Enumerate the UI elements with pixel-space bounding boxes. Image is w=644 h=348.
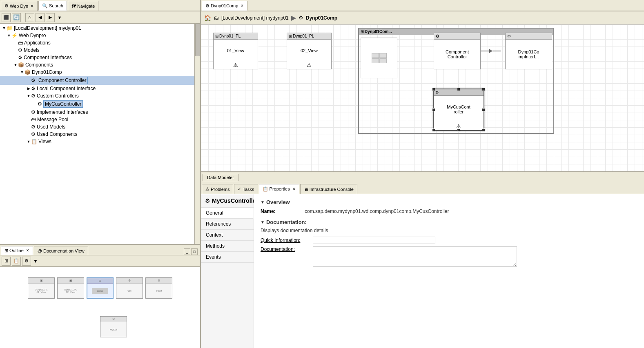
documentation-field-label: Documentation: [261, 246, 310, 252]
data-modeler-tab[interactable]: Data Modeler [203, 174, 238, 181]
tab-problems[interactable]: ⚠ Problems [202, 184, 233, 194]
documentation-textarea[interactable] [313, 246, 517, 267]
tree-scrollbar[interactable] [194, 24, 200, 244]
outline-expand-btn[interactable]: ▼ [32, 257, 39, 266]
tree-item-messagepool[interactable]: 🗃 Message Pool [0, 116, 200, 123]
tree-expand-root[interactable]: ▼ [2, 26, 7, 30]
tree-item-dynp01comp[interactable]: ▼ 📦 Dynp01Comp [0, 69, 200, 76]
webdyn-icon: ⚙ [4, 3, 9, 9]
diagram-comp-view1[interactable]: ⊞ Dynp01_PL 01_View ⚠ [213, 33, 258, 69]
tree-item-compcontroller[interactable]: ⚙ Component Controller [0, 76, 200, 85]
sidebar-item-events[interactable]: Events [201, 252, 254, 263]
tree-expand-components[interactable]: ▼ [13, 63, 18, 67]
infra-icon: 🖥 [304, 187, 308, 192]
main-editor-close[interactable]: ✕ [241, 4, 244, 8]
doc-section-label: Documentation: [266, 219, 307, 225]
sidebar-item-general[interactable]: General [201, 208, 254, 219]
sidebar-item-references[interactable]: References [201, 219, 254, 230]
outline-btn1[interactable]: ⊞ [2, 257, 11, 266]
breadcrumb-root-icon: 🗂 [214, 15, 219, 21]
tab-navigate[interactable]: 🗺 Navigate [68, 1, 98, 11]
comp-main-inner [361, 38, 397, 78]
tab-docview[interactable]: @ Documentation View [34, 246, 88, 255]
refresh-btn[interactable]: 🔄 [12, 13, 21, 22]
tree-scrollbar-handle[interactable] [195, 24, 200, 56]
expand-arrow-btn[interactable]: ▼ [56, 13, 63, 22]
diagram-comp-controller[interactable]: ⚙ ComponentController [434, 33, 481, 69]
references-label: References [206, 221, 231, 227]
doc-section-header[interactable]: ▼ Documentation: [261, 219, 637, 225]
doc-text: Displays documentation details [261, 228, 637, 233]
tab-web-dyn-close[interactable]: ✕ [31, 4, 34, 8]
outline-btn3[interactable]: ⚙ [22, 257, 31, 266]
main-editor-label: Dynp01Comp [211, 3, 238, 8]
breadcrumb-root-label[interactable]: [LocalDevelopment] mydynp01 [221, 15, 289, 21]
sidebar-item-context[interactable]: Context [201, 230, 254, 241]
overview-section-header[interactable]: ▼ Overview [261, 199, 637, 205]
sidebar-item-methods[interactable]: Methods [201, 241, 254, 252]
thumbnail-2[interactable]: ▣ Dynp01_PL 02_View [57, 277, 84, 299]
tree-item-components[interactable]: ▼ 📦 Components [0, 61, 200, 69]
tree-expand-views[interactable]: ▼ [26, 140, 31, 144]
tab-search[interactable]: 🔍 Search [38, 1, 67, 11]
diagram-comp-interf[interactable]: ⚙ Dynp01CompInterf... [505, 33, 552, 69]
tab-web-dyn[interactable]: ⚙ Web Dyn ✕ [1, 1, 38, 11]
tree-expand-localcompinterface[interactable]: ▶ [26, 86, 31, 91]
tab-problems-label: Problems [211, 187, 230, 192]
models-icon: ⚙ [18, 47, 22, 53]
quick-info-input[interactable] [313, 237, 435, 244]
tab-tasks[interactable]: ✓ Tasks [234, 184, 258, 194]
forward-btn[interactable]: ▶ [46, 13, 55, 22]
outline-close[interactable]: ✕ [26, 248, 29, 253]
comp-main-icon: ⊞ [361, 29, 364, 34]
doc-collapse-icon: ▼ [261, 220, 265, 224]
outline-minimize-btn[interactable]: _ [184, 248, 190, 255]
thumbnail-5[interactable]: ⚙ Interf [145, 277, 172, 299]
components-icon: 📦 [18, 62, 24, 68]
outline-maximize-btn[interactable]: □ [191, 248, 198, 255]
quick-info-row: Quick Information: [261, 237, 637, 244]
tree-item-applications[interactable]: 🗃 Applications [0, 39, 200, 47]
tree-item-webdynpro[interactable]: ▼ ⚡ Web Dynpro [0, 32, 200, 39]
tree-item-views[interactable]: ▼ 📋 Views [0, 138, 200, 145]
tree-item-compinterfaces[interactable]: ⚙ Component Interfaces [0, 54, 200, 61]
outline-btn2[interactable]: 📋 [12, 257, 21, 266]
thumbnail-1[interactable]: ▣ Dynp01_PL 01_View [28, 277, 55, 299]
overview-section-label: Overview [266, 199, 290, 205]
tab-outline[interactable]: ⊞ Outline ✕ [1, 246, 33, 255]
back-btn[interactable]: ◀ [36, 13, 45, 22]
comp-view1-footer: ⚠ [214, 61, 258, 69]
diagram-comp-mycus[interactable]: ⚙ MyCusController ⚠ [433, 89, 484, 131]
tree-item-implementedinterfaces[interactable]: ⚙ Implemented Interfaces [0, 109, 200, 116]
tab-properties[interactable]: 📋 Properties ✕ [259, 184, 299, 194]
general-label: General [206, 210, 223, 216]
home-nav-btn[interactable]: ⌂ [25, 13, 34, 22]
diagram-canvas[interactable]: ⊞ Dynp01_PL 01_View ⚠ ⊞ [201, 24, 644, 171]
tree-item-usedmodels[interactable]: ⚙ Used Models [0, 123, 200, 131]
collapse-all-btn[interactable]: ⬛ [2, 13, 11, 22]
breadcrumb-comp-label[interactable]: Dynp01Comp [306, 15, 337, 21]
tree-item-usedcomponents[interactable]: ⚙ Used Components [0, 131, 200, 138]
tree-item-mycuscontroller[interactable]: ⚙ MyCusController [0, 100, 200, 109]
tree-item-root[interactable]: ▼ 📁 [LocalDevelopment] mydynp01 [0, 24, 200, 32]
tree-item-customcontrollers[interactable]: ▼ ⚙ Custom Controllers [0, 92, 200, 100]
thumbnail-3[interactable]: ⊞ comp [87, 277, 114, 299]
tree-expand-dynp01comp[interactable]: ▼ [20, 70, 25, 74]
comp-controller-body: ComponentController [434, 40, 480, 69]
tree-item-models[interactable]: ⚙ Models [0, 47, 200, 54]
tree-expand-webdynpro[interactable]: ▼ [7, 33, 11, 38]
tree-label-root: [LocalDevelopment] mydynp01 [14, 25, 81, 31]
tab-main-editor[interactable]: ⚙ Dynp01Comp ✕ [202, 1, 247, 11]
documentation-field-row: Documentation: [261, 246, 637, 267]
views-icon: 📋 [31, 139, 37, 144]
breadcrumb-comp-icon: ⚙ [299, 15, 303, 21]
diagram-comp-view2[interactable]: ⊞ Dynp01_PL 02_View ⚠ [287, 33, 332, 69]
tree-item-localcompinterface[interactable]: ▶ ⚙ Local Component Interface [0, 85, 200, 92]
comp-interf-label: Dynp01CompInterf... [518, 49, 539, 59]
properties-close[interactable]: ✕ [292, 187, 296, 191]
thumbnail-4[interactable]: ⚙ Ctrl [116, 277, 143, 299]
tree-expand-customcontrollers[interactable]: ▼ [26, 94, 31, 98]
tab-infra[interactable]: 🖥 Infrastructure Console [300, 184, 357, 194]
thumbnail-6[interactable]: ⚙ MyCus [100, 316, 127, 337]
tree-label-webdynpro: Web Dynpro [19, 33, 46, 38]
